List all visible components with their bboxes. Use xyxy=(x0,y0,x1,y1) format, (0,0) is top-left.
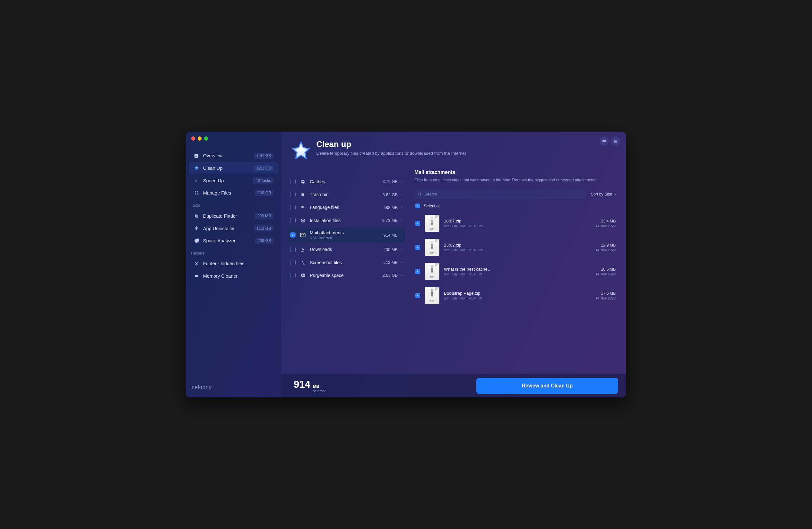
sidebar-section-tools: Tools xyxy=(186,199,281,210)
category-checkbox[interactable] xyxy=(290,273,295,278)
chevron-right-icon: › xyxy=(401,205,402,210)
category-item-installation-files[interactable]: Installation files 9.73 MB › xyxy=(288,214,405,226)
feedback-button[interactable] xyxy=(599,137,609,146)
category-item-screenshot-files[interactable]: Screenshot files 212 MB › xyxy=(288,256,405,268)
sidebar-item-stat: 12.1 GB xyxy=(254,165,273,171)
file-checkbox[interactable] xyxy=(415,245,420,250)
window-controls xyxy=(191,137,208,140)
sidebar-item-duplicate-finder[interactable]: Duplicate Finder 299 MB xyxy=(189,210,278,222)
sidebar: Overview 7.41 GB Clean Up 12.1 GB Speed … xyxy=(186,132,281,398)
file-list[interactable]: ZIP 18:07.zip adrLibMaV1079 23.4 MB 14 N… xyxy=(414,211,618,374)
overview-icon xyxy=(193,153,200,159)
file-row[interactable]: ZIP 23:02.zip adrLibMaV1079 22.9 MB 14 N… xyxy=(414,235,616,259)
category-item-language-files[interactable]: Language files 688 MB › xyxy=(288,202,405,213)
file-thumbnail: ZIP xyxy=(425,239,439,256)
svg-point-11 xyxy=(293,158,293,158)
main-content: Clean up Delete temporary files created … xyxy=(281,132,626,398)
sidebar-section-helpers: Helpers xyxy=(186,247,281,257)
category-item-mail-attachments[interactable]: Mail attachments 3 512 selected 914 MB › xyxy=(288,228,405,243)
search-input[interactable] xyxy=(425,192,583,197)
category-sublabel: 3 512 selected xyxy=(310,236,383,240)
sidebar-item-memory-cleaner[interactable]: Memory Cleaner xyxy=(189,270,278,282)
sidebar-item-clean-up[interactable]: Clean Up 12.1 GB xyxy=(189,162,278,174)
sidebar-item-speed-up[interactable]: Speed Up 43 Tasks xyxy=(189,175,278,187)
svg-point-12 xyxy=(296,158,297,159)
close-window-button[interactable] xyxy=(191,137,195,140)
sidebar-item-stat: 11.1 GB xyxy=(254,225,273,232)
detail-panel: Mail attachments Files from email messag… xyxy=(405,164,626,374)
category-icon xyxy=(300,259,306,266)
select-all-row[interactable]: Select all xyxy=(414,199,618,211)
file-row[interactable]: ZIP What is the best cache… adrLibMaV107… xyxy=(414,259,616,283)
file-checkbox[interactable] xyxy=(415,293,420,298)
sidebar-item-label: Memory Cleaner xyxy=(203,273,274,278)
select-all-checkbox[interactable] xyxy=(415,203,420,209)
chevron-down-icon xyxy=(614,192,617,196)
category-label: Installation files xyxy=(310,218,382,223)
header-actions xyxy=(599,137,620,146)
category-label: Trash bin xyxy=(310,192,382,197)
svg-rect-0 xyxy=(194,154,198,158)
sidebar-item-overview[interactable]: Overview 7.41 GB xyxy=(189,150,278,162)
category-checkbox[interactable] xyxy=(290,218,295,223)
sidebar-item-app-uninstaller[interactable]: App Uninstaller 11.1 GB xyxy=(189,223,278,235)
category-icon xyxy=(300,232,306,238)
sidebar-item-label: Overview xyxy=(203,153,254,158)
category-label: Purgeable space xyxy=(310,273,382,278)
file-ext-label: ZIP xyxy=(430,276,434,278)
search-input-wrap[interactable] xyxy=(414,189,586,199)
file-row[interactable]: ZIP 18:07.zip adrLibMaV1079 23.4 MB 14 N… xyxy=(414,211,616,235)
sidebar-item-stat: 7.41 GB xyxy=(254,153,273,159)
sidebar-item-manage-files[interactable]: Manage Files 108 GB xyxy=(189,187,278,199)
category-checkbox[interactable] xyxy=(290,232,295,238)
speedup-icon xyxy=(193,177,200,184)
file-name: What is the best cache… xyxy=(444,267,591,272)
detail-title: Mail attachments xyxy=(414,170,618,175)
category-checkbox[interactable] xyxy=(290,260,295,265)
fullscreen-window-button[interactable] xyxy=(204,137,208,140)
file-ext-label: ZIP xyxy=(430,252,434,255)
category-item-caches[interactable]: Caches 3.79 GB › xyxy=(288,175,405,187)
sidebar-item-stat: 108 GB xyxy=(255,190,273,196)
svg-point-4 xyxy=(197,194,198,195)
sidebar-item-label: App Uninstaller xyxy=(203,226,254,231)
file-row[interactable]: ZIP Bootstrap Page.zip adrLibMaV1079 17.… xyxy=(414,283,616,308)
search-icon xyxy=(418,192,422,196)
category-checkbox[interactable] xyxy=(290,192,295,197)
sidebar-item-label: Space Analyzer xyxy=(203,238,255,243)
file-checkbox[interactable] xyxy=(415,221,420,226)
manage-icon xyxy=(193,190,200,196)
chevron-right-icon: › xyxy=(401,247,402,252)
file-size: 23.4 MB xyxy=(595,219,615,224)
sort-button[interactable]: Sort by Size xyxy=(590,190,619,198)
selection-size-number: 914 xyxy=(294,379,310,390)
category-item-downloads[interactable]: Downloads 200 MB › xyxy=(288,244,405,256)
category-label: Language files xyxy=(310,205,383,210)
sidebar-item-funter-hidden-files[interactable]: Funter - hidden files xyxy=(189,258,278,270)
sidebar-item-space-analyzer[interactable]: Space Analyzer 109 GB xyxy=(189,235,278,247)
review-cleanup-button[interactable]: Review and Clean Up xyxy=(476,378,618,394)
category-item-trash-bin[interactable]: Trash bin 3.62 GB › xyxy=(288,189,405,201)
category-checkbox[interactable] xyxy=(290,247,295,252)
category-item-purgeable-space[interactable]: Purgeable space 2.63 GB › xyxy=(288,269,405,281)
chevron-right-icon: › xyxy=(401,180,402,184)
category-size: 2.63 GB xyxy=(382,273,398,278)
file-size: 18.5 MB xyxy=(595,267,615,272)
minimize-window-button[interactable] xyxy=(198,137,202,140)
file-thumbnail: ZIP xyxy=(425,263,439,280)
category-checkbox[interactable] xyxy=(290,205,295,210)
file-checkbox[interactable] xyxy=(415,269,420,274)
svg-point-8 xyxy=(196,263,197,264)
selection-label: selected xyxy=(313,389,327,393)
file-thumbnail: ZIP xyxy=(425,215,439,232)
space-icon xyxy=(193,238,200,244)
svg-rect-6 xyxy=(196,215,198,218)
file-path: adrLibMaV1079 xyxy=(444,272,591,276)
cleanup-icon xyxy=(193,165,200,171)
selection-summary: 914 MB selected xyxy=(294,379,327,393)
category-size: 3.62 GB xyxy=(382,192,398,197)
category-checkbox[interactable] xyxy=(290,179,295,184)
news-button[interactable] xyxy=(611,137,620,146)
memory-icon xyxy=(193,273,200,279)
category-icon xyxy=(300,204,306,211)
